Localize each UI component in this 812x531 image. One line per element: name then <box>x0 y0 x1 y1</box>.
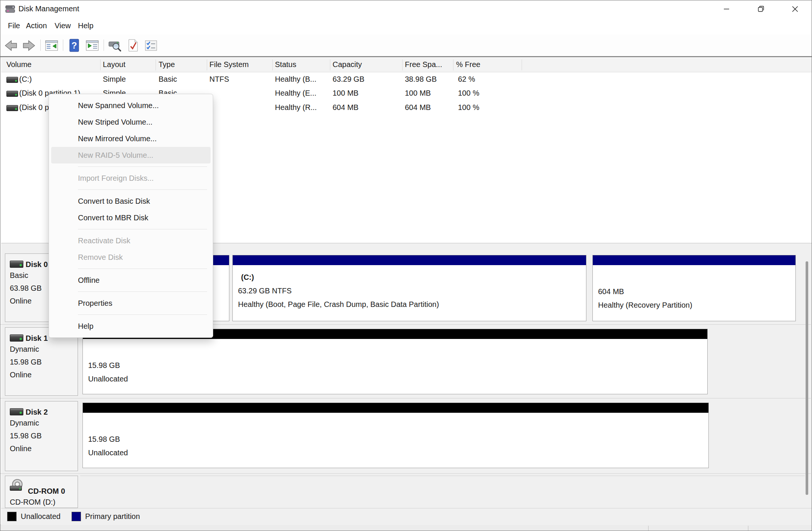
menu-separator <box>78 229 207 229</box>
menu-item-new-spanned-volume[interactable]: New Spanned Volume... <box>49 97 213 114</box>
menu-item-help[interactable]: Help <box>49 318 213 334</box>
disk2-unallocated-region[interactable]: 15.98 GB Unallocated <box>82 403 709 468</box>
menu-item-offline[interactable]: Offline <box>49 272 213 288</box>
menu-item-new-raid5-volume[interactable]: New RAID-5 Volume... <box>51 147 211 163</box>
disk1-unallocated-region[interactable]: 15.98 GB Unallocated <box>82 329 708 394</box>
cdrom-label-box[interactable]: CD-ROM 0 CD-ROM (D:) <box>5 476 78 508</box>
header-status[interactable]: Status <box>275 60 296 69</box>
header-layout[interactable]: Layout <box>103 60 125 69</box>
header-divider <box>330 60 330 70</box>
disk2-name: Disk 2 <box>26 407 74 417</box>
header-type[interactable]: Type <box>159 60 175 69</box>
disk-magnifier-icon <box>108 38 122 53</box>
menu-item-properties[interactable]: Properties <box>49 295 213 311</box>
table-header: Volume Layout Type File System Status Ca… <box>1 58 812 72</box>
volume-row-c[interactable]: (C:) Simple Basic NTFS Healthy (B... 63.… <box>1 73 812 87</box>
legend-bar: Unallocated Primary partition <box>1 508 812 525</box>
volume-icon <box>6 77 18 83</box>
back-button[interactable] <box>3 38 18 53</box>
cd-drive-icon <box>10 486 22 491</box>
menu-item-new-mirrored-volume[interactable]: New Mirrored Volume... <box>49 130 213 147</box>
menu-item-reactivate-disk[interactable]: Reactivate Disk <box>49 232 213 249</box>
minimize-icon <box>723 6 730 12</box>
disk0-partition-c[interactable]: (C:) 63.29 GB NTFS Healthy (Boot, Page F… <box>232 255 586 321</box>
header-free-space[interactable]: Free Spa... <box>405 60 442 69</box>
partition-color-bar <box>83 403 708 414</box>
partition-status: Unallocated <box>88 446 708 459</box>
cell-free-space: 604 MB <box>405 103 431 112</box>
cell-pct-free: 62 % <box>458 75 475 84</box>
minimize-button[interactable] <box>715 0 738 17</box>
menu-separator <box>78 189 207 190</box>
disk0-partition-recovery[interactable]: 604 MB Healthy (Recovery Partition) <box>592 255 796 321</box>
cell-file-system: NTFS <box>209 75 229 84</box>
show-console-tree-button[interactable] <box>44 38 59 53</box>
cell-capacity: 604 MB <box>333 103 359 112</box>
disk1-status: Online <box>10 368 74 381</box>
status-bar-separator <box>748 526 748 531</box>
disk2-label-box[interactable]: Disk 2 Dynamic 15.98 GB Online <box>5 401 78 471</box>
partition-label: (C:) <box>238 270 586 284</box>
header-divider <box>100 60 101 70</box>
menu-item-convert-to-basic-disk[interactable]: Convert to Basic Disk <box>49 193 213 209</box>
disk2-status: Online <box>10 442 74 455</box>
disk2-size: 15.98 GB <box>10 429 74 442</box>
menu-item-import-foreign-disks[interactable]: Import Foreign Disks... <box>49 170 213 186</box>
disk-view-button[interactable] <box>107 38 122 53</box>
menu-item-new-striped-volume[interactable]: New Striped Volume... <box>49 114 213 130</box>
forward-button[interactable] <box>21 38 37 53</box>
legend-label-primary: Primary partition <box>85 512 140 521</box>
header-divider <box>156 60 156 70</box>
cell-free-space: 38.98 GB <box>405 75 437 84</box>
close-button[interactable] <box>783 0 807 17</box>
show-hide-action-pane-button[interactable] <box>85 38 100 53</box>
legend-swatch-primary <box>72 512 81 521</box>
status-bar <box>0 525 812 531</box>
partition-color-bar <box>593 255 795 266</box>
menu-file[interactable]: File <box>6 21 22 31</box>
task-list-button[interactable] <box>143 38 159 53</box>
cell-status: Healthy (R... <box>275 103 317 112</box>
menu-action[interactable]: Action <box>24 21 49 31</box>
cdrom-name: CD-ROM 0 <box>28 487 74 496</box>
menu-item-remove-disk[interactable]: Remove Disk <box>49 249 213 266</box>
disk1-size: 15.98 GB <box>10 356 74 368</box>
partition-size: 15.98 GB <box>88 359 707 372</box>
title-bar: Disk Management <box>0 0 812 18</box>
menu-item-convert-to-mbr-disk[interactable]: Convert to MBR Disk <box>49 209 213 226</box>
toolbar-separator <box>63 40 63 51</box>
cell-type: Basic <box>159 75 177 84</box>
header-divider <box>402 60 403 70</box>
header-pct-free[interactable]: % Free <box>456 60 480 69</box>
restore-button[interactable] <box>749 0 772 17</box>
disk2-type: Dynamic <box>10 417 74 429</box>
partition-status: Unallocated <box>88 372 707 386</box>
header-divider <box>207 60 207 70</box>
menu-separator <box>78 269 207 269</box>
cell-volume: (Disk 0 p <box>19 103 49 112</box>
disk-icon <box>10 261 23 268</box>
header-divider <box>522 60 522 70</box>
toolbar-separator <box>40 40 41 51</box>
disk1-type: Dynamic <box>10 343 74 356</box>
task-list-icon <box>144 39 158 52</box>
cell-layout: Simple <box>103 75 126 84</box>
cell-pct-free: 100 % <box>458 103 479 112</box>
header-capacity[interactable]: Capacity <box>333 60 362 69</box>
app-icon <box>5 5 16 14</box>
header-file-system[interactable]: File System <box>209 60 249 69</box>
cdrom-subtitle: CD-ROM (D:) <box>10 496 74 508</box>
header-volume[interactable]: Volume <box>6 60 32 69</box>
cell-volume: (C:) <box>19 75 32 84</box>
cell-capacity: 63.29 GB <box>333 75 365 84</box>
cdrom-row-top-border <box>80 476 805 476</box>
back-arrow-icon <box>4 39 18 52</box>
volume-icon <box>6 91 18 97</box>
menu-help[interactable]: Help <box>76 21 96 31</box>
cell-pct-free: 100 % <box>458 89 479 98</box>
vertical-scrollbar-thumb[interactable] <box>806 261 808 495</box>
help-button[interactable]: ? <box>67 38 82 53</box>
toolbar: ? <box>0 34 812 56</box>
check-document-button[interactable] <box>125 38 140 53</box>
menu-view[interactable]: View <box>52 21 73 31</box>
